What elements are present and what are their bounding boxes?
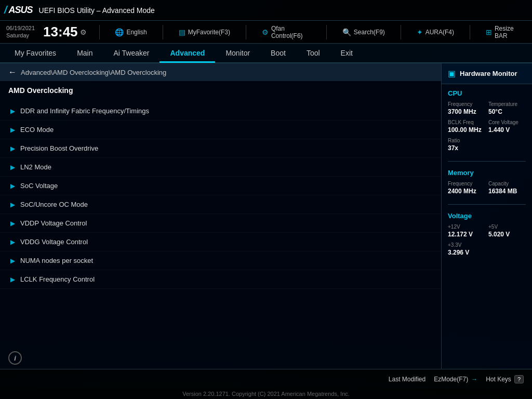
cpu-bclk-label: BCLK Freq bbox=[448, 119, 485, 125]
menu-label-ln2: LN2 Mode bbox=[20, 163, 51, 171]
cpu-temp-col: Temperature 50°C bbox=[488, 101, 526, 115]
memory-frequency-value: 2400 MHz bbox=[448, 188, 485, 195]
voltage-33v-value: 3.296 V bbox=[448, 249, 526, 256]
language-selector[interactable]: 🌐 English bbox=[112, 26, 150, 38]
voltage-33v-col: +3.3V 3.296 V bbox=[448, 242, 526, 256]
menu-label-numa: NUMA nodes per socket bbox=[20, 257, 93, 264]
language-label: English bbox=[126, 29, 147, 36]
topbar: / ASUS UEFI BIOS Utility – Advanced Mode bbox=[0, 0, 532, 21]
cpu-bclk-value: 100.00 MHz bbox=[448, 126, 485, 134]
settings-icon[interactable]: ⚙ bbox=[80, 28, 87, 36]
ezmode-button[interactable]: EzMode(F7) → bbox=[434, 376, 477, 383]
aura-button[interactable]: ✦ AURA(F4) bbox=[414, 26, 457, 38]
divider-3 bbox=[246, 25, 246, 39]
tab-tool[interactable]: Tool bbox=[296, 45, 330, 63]
menu-label-precision: Precision Boost Overdrive bbox=[20, 144, 98, 152]
menu-item-ln2[interactable]: ▶ LN2 Mode bbox=[0, 158, 441, 177]
cpu-frequency-col: Frequency 3700 MHz bbox=[448, 101, 485, 115]
hw-divider-2 bbox=[448, 204, 526, 205]
menu-item-precision[interactable]: ▶ Precision Boost Overdrive bbox=[0, 139, 441, 158]
memory-capacity-label: Capacity bbox=[488, 181, 526, 187]
menu-label-soc-uncore: SoC/Uncore OC Mode bbox=[20, 201, 88, 208]
hotkeys-label: Hot Keys bbox=[486, 376, 511, 383]
arrow-icon-lclk: ▶ bbox=[10, 276, 15, 283]
monitor-icon: ▣ bbox=[448, 69, 456, 78]
menu-item-ddr[interactable]: ▶ DDR and Infinity Fabric Frequency/Timi… bbox=[0, 102, 441, 121]
resizebar-label: Resize BAR bbox=[495, 25, 523, 39]
menu-item-vddg[interactable]: ▶ VDDG Voltage Control bbox=[0, 233, 441, 251]
cpu-core-voltage-label: Core Voltage bbox=[488, 119, 526, 125]
cpu-ratio-row: Ratio 37x bbox=[448, 138, 526, 152]
fan-icon: ⚙ bbox=[262, 28, 269, 36]
tab-boot[interactable]: Boot bbox=[260, 45, 296, 63]
tab-ai-tweaker[interactable]: Ai Tweaker bbox=[103, 45, 159, 63]
divider-1 bbox=[99, 25, 100, 39]
menu-list: ▶ DDR and Infinity Fabric Frequency/Timi… bbox=[0, 100, 441, 347]
tab-monitor[interactable]: Monitor bbox=[215, 45, 260, 63]
cpu-core-voltage-col: Core Voltage 1.440 V bbox=[488, 119, 526, 134]
menu-item-numa[interactable]: ▶ NUMA nodes per socket bbox=[0, 251, 441, 270]
qfan-button[interactable]: ⚙ Qfan Control(F6) bbox=[259, 23, 314, 41]
myfavorite-label: MyFavorite(F3) bbox=[188, 29, 230, 36]
search-label: Search(F9) bbox=[354, 29, 385, 36]
footer: Last Modified EzMode(F7) → Hot Keys ? bbox=[0, 369, 532, 389]
memory-freq-cap-row: Frequency 2400 MHz Capacity 16384 MB bbox=[448, 181, 526, 195]
divider-6 bbox=[470, 25, 470, 39]
cpu-ratio-col: Ratio 37x bbox=[448, 138, 526, 152]
menu-label-eco: ECO Mode bbox=[20, 126, 54, 134]
tab-exit[interactable]: Exit bbox=[330, 45, 363, 63]
memory-section: Memory Frequency 2400 MHz Capacity 16384… bbox=[442, 164, 532, 202]
hw-title-text: Hardware Monitor bbox=[460, 70, 517, 77]
divider-5 bbox=[401, 25, 401, 39]
arrow-icon-soc-voltage: ▶ bbox=[10, 182, 15, 190]
content-area: ← Advanced\AMD Overclocking\AMD Overcloc… bbox=[0, 63, 532, 369]
tab-advanced[interactable]: Advanced bbox=[159, 45, 215, 63]
menu-label-vddg: VDDG Voltage Control bbox=[20, 238, 88, 246]
arrow-icon-vddg: ▶ bbox=[10, 238, 15, 246]
menu-item-soc-uncore[interactable]: ▶ SoC/Uncore OC Mode bbox=[0, 195, 441, 214]
info-button[interactable]: i bbox=[8, 351, 22, 365]
voltage-12v-label: +12V bbox=[448, 224, 485, 230]
ezmode-arrow-icon: → bbox=[471, 376, 477, 383]
ezmode-label: EzMode(F7) bbox=[434, 376, 468, 383]
cpu-bclk-col: BCLK Freq 100.00 MHz bbox=[448, 119, 485, 134]
hw-monitor-title: ▣ Hardware Monitor bbox=[442, 63, 532, 84]
voltage-33v-label: +3.3V bbox=[448, 242, 526, 248]
version-bar: Version 2.20.1271. Copyright (C) 2021 Am… bbox=[0, 389, 532, 399]
cpu-ratio-value: 37x bbox=[448, 144, 526, 152]
myfavorite-button[interactable]: ▤ MyFavorite(F3) bbox=[176, 26, 233, 38]
voltage-33v-row: +3.3V 3.296 V bbox=[448, 242, 526, 256]
breadcrumb: ← Advanced\AMD Overclocking\AMD Overcloc… bbox=[0, 63, 441, 81]
divider-4 bbox=[326, 25, 327, 39]
back-button[interactable]: ← bbox=[8, 68, 17, 77]
cpu-freq-temp-row: Frequency 3700 MHz Temperature 50°C bbox=[448, 101, 526, 115]
search-button[interactable]: 🔍 Search(F9) bbox=[339, 26, 388, 38]
divider-2 bbox=[163, 25, 163, 39]
version-text: Version 2.20.1271. Copyright (C) 2021 Am… bbox=[182, 391, 350, 397]
memory-frequency-label: Frequency bbox=[448, 181, 485, 187]
hotkeys-button[interactable]: Hot Keys ? bbox=[486, 375, 524, 383]
voltage-12v-5v-row: +12V 12.172 V +5V 5.020 V bbox=[448, 224, 526, 238]
arrow-icon-numa: ▶ bbox=[10, 257, 15, 264]
menu-item-eco[interactable]: ▶ ECO Mode bbox=[0, 121, 441, 139]
date-block: 06/19/2021 Saturday bbox=[6, 25, 35, 38]
menu-item-vddp[interactable]: ▶ VDDP Voltage Control bbox=[0, 214, 441, 233]
cpu-section: CPU Frequency 3700 MHz Temperature 50°C … bbox=[442, 84, 532, 159]
menu-item-soc-voltage[interactable]: ▶ SoC Voltage bbox=[0, 177, 441, 195]
date-text: 06/19/2021 bbox=[6, 25, 35, 32]
resizebar-button[interactable]: ⊞ Resize BAR bbox=[483, 23, 526, 41]
cpu-ratio-label: Ratio bbox=[448, 138, 526, 143]
tab-main[interactable]: Main bbox=[66, 45, 103, 63]
section-title: AMD Overclocking bbox=[0, 81, 441, 100]
cpu-frequency-label: Frequency bbox=[448, 101, 485, 107]
arrow-icon-eco: ▶ bbox=[10, 126, 15, 134]
menu-label-ddr: DDR and Infinity Fabric Frequency/Timing… bbox=[20, 107, 149, 115]
tab-favorites[interactable]: My Favorites bbox=[4, 45, 66, 63]
voltage-5v-value: 5.020 V bbox=[488, 231, 526, 238]
cpu-bclk-voltage-row: BCLK Freq 100.00 MHz Core Voltage 1.440 … bbox=[448, 119, 526, 134]
voltage-12v-col: +12V 12.172 V bbox=[448, 224, 485, 238]
voltage-section-title: Voltage bbox=[448, 212, 526, 220]
cpu-section-title: CPU bbox=[448, 89, 526, 97]
arrow-icon-ln2: ▶ bbox=[10, 164, 15, 171]
menu-item-lclk[interactable]: ▶ LCLK Frequency Control bbox=[0, 270, 441, 289]
